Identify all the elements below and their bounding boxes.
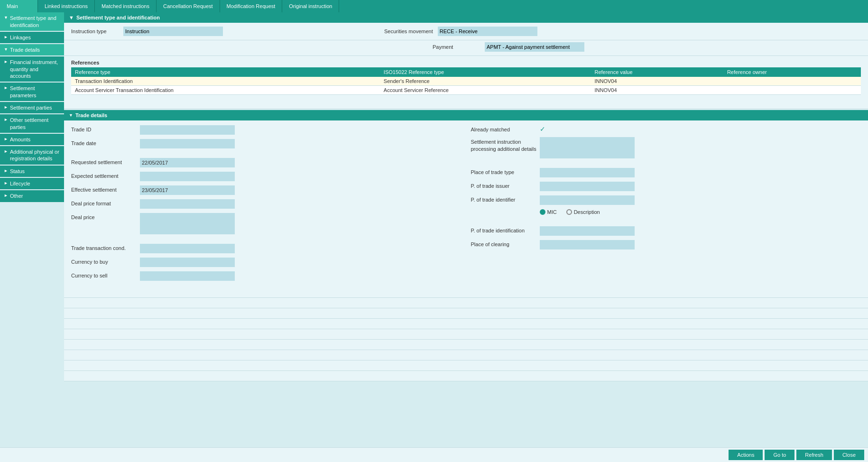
chevron-right-icon-9: ►	[4, 181, 8, 186]
chevron-right-icon-5: ►	[4, 117, 8, 123]
securities-movement-label: Securities movement	[384, 28, 433, 34]
trade-id-label: Trade ID	[71, 125, 140, 132]
place-trade-type-input[interactable]	[540, 168, 635, 177]
sipp-input[interactable]	[540, 137, 635, 158]
radio-mic-dot	[540, 209, 545, 215]
sipp-label: Settlement instruction processing additi…	[471, 137, 540, 152]
place-trade-type-row: Place of trade type	[471, 168, 861, 177]
ref-row-2-owner	[723, 86, 861, 95]
tab-linked-instructions[interactable]: Linked instructions	[38, 0, 95, 12]
radio-desc-dot	[566, 209, 572, 215]
already-matched-label: Already matched	[471, 125, 540, 132]
ref-row-1-type: Transaction Identification	[71, 77, 380, 86]
securities-movement-input[interactable]	[438, 27, 537, 36]
ref-row-1-value: INNOV04	[591, 77, 723, 86]
instruction-type-field: Instruction type	[71, 27, 223, 36]
place-trade-identification-input[interactable]	[540, 226, 635, 236]
place-trade-identifier-input[interactable]	[540, 195, 635, 205]
chevron-down-icon-settle: ▼	[69, 15, 74, 20]
effective-settlement-label: Effective settlement	[71, 185, 140, 193]
tab-main[interactable]: Main	[0, 0, 38, 12]
expected-settlement-row: Expected settlement	[71, 172, 462, 181]
ref-row-1[interactable]: Transaction Identification Sender's Refe…	[71, 77, 861, 86]
lifecycle-content-area	[64, 360, 868, 371]
deal-price-row: Deal price	[71, 213, 462, 234]
sidebar-item-other[interactable]: ► Other	[0, 190, 64, 202]
place-clearing-input[interactable]	[540, 240, 635, 249]
place-trade-issuer-row: P. of trade issuer	[471, 182, 861, 191]
deal-price-input[interactable]	[140, 213, 235, 234]
requested-settlement-input[interactable]	[140, 158, 235, 167]
tab-original-instruction[interactable]: Original instruction	[282, 0, 339, 12]
place-trade-issuer-input[interactable]	[540, 182, 635, 191]
main-content: ▼ Settlement type and identification Ins…	[64, 12, 868, 459]
deal-price-label: Deal price	[71, 213, 140, 220]
sipp-row: Settlement instruction processing additi…	[471, 137, 861, 158]
payment-row: Payment	[64, 40, 868, 56]
radio-mic-text: MIC	[547, 209, 557, 215]
refresh-button[interactable]: Refresh	[796, 450, 832, 459]
radio-desc-text: Description	[574, 209, 600, 215]
chevron-right-icon-10: ►	[4, 193, 8, 199]
instruction-type-input[interactable]	[123, 27, 223, 36]
trade-transaction-label: Trade transaction cond.	[71, 244, 140, 251]
sidebar-item-financial[interactable]: ► Financial instrument, quantity and acc…	[0, 56, 64, 82]
currency-sell-label: Currency to sell	[71, 271, 140, 278]
tab-matched-instructions[interactable]: Matched instructions	[95, 0, 157, 12]
effective-settlement-input[interactable]	[140, 185, 235, 195]
trade-details-header[interactable]: ▼ Trade details	[64, 110, 868, 120]
deal-price-format-row: Deal price format	[71, 199, 462, 209]
settlement-type-section-header[interactable]: ▼ Settlement type and identification	[64, 12, 868, 23]
deal-price-format-label: Deal price format	[71, 199, 140, 206]
trade-date-input[interactable]	[140, 139, 235, 148]
sidebar-item-additional-physical[interactable]: ► Additional physical or registration de…	[0, 146, 64, 165]
currency-buy-input[interactable]	[140, 258, 235, 267]
expected-settlement-input[interactable]	[140, 172, 235, 181]
sidebar-item-linkages[interactable]: ► Linkages	[0, 32, 64, 43]
place-clearing-row: Place of clearing	[471, 240, 861, 249]
sidebar-item-settlement-params[interactable]: ► Settlement parameters	[0, 83, 64, 101]
go-to-button[interactable]: Go to	[765, 450, 794, 459]
currency-sell-input[interactable]	[140, 271, 235, 281]
tab-cancellation-request[interactable]: Cancellation Request	[157, 0, 220, 12]
close-button[interactable]: Close	[834, 450, 864, 459]
place-trade-identification-row: P. of trade identification	[471, 226, 861, 236]
ref-row-2-value: INNOV04	[591, 86, 723, 95]
sidebar-item-other-settlement-parties[interactable]: ► Other settlement parties	[0, 114, 64, 133]
tab-modification-request[interactable]: Modification Request	[220, 0, 283, 12]
effective-settlement-row: Effective settlement	[71, 185, 462, 195]
sidebar-item-amounts[interactable]: ► Amounts	[0, 134, 64, 145]
sidebar-item-status[interactable]: ► Status	[0, 166, 64, 177]
amounts-content-area	[64, 329, 868, 340]
sidebar-item-trade-details[interactable]: ▼ Trade details	[0, 44, 64, 55]
currency-sell-row: Currency to sell	[71, 271, 462, 281]
requested-settlement-label: Requested settlement	[71, 158, 140, 165]
expected-settlement-label: Expected settlement	[71, 172, 140, 179]
trade-id-input[interactable]	[140, 125, 235, 135]
sidebar-item-lifecycle[interactable]: ► Lifecycle	[0, 178, 64, 189]
linkages-content	[64, 99, 868, 109]
trade-details-grid: Trade ID Trade date Requested settlement…	[71, 125, 861, 283]
status-content-area	[64, 350, 868, 360]
payment-input[interactable]	[485, 42, 584, 52]
settlement-params-content-area	[64, 298, 868, 308]
other-settlement-parties-content-area	[64, 319, 868, 329]
trade-id-row: Trade ID	[71, 125, 462, 135]
radio-mic-label[interactable]: MIC	[540, 209, 557, 215]
place-clearing-label: Place of clearing	[471, 240, 540, 247]
other-content-area	[64, 371, 868, 381]
actions-button[interactable]: Actions	[729, 450, 763, 459]
ref-row-2-iso: Account Servicer Reference	[380, 86, 591, 95]
ref-row-2[interactable]: Account Servicer Transaction Identificat…	[71, 86, 861, 95]
already-matched-check: ✓	[540, 125, 545, 133]
references-header: References	[71, 60, 861, 65]
deal-price-format-input[interactable]	[140, 199, 235, 209]
ref-row-1-iso: Sender's Reference	[380, 77, 591, 86]
radio-desc-label[interactable]: Description	[566, 209, 600, 215]
sidebar-item-settlement-parties[interactable]: ► Settlement parties	[0, 102, 64, 113]
sidebar-item-settlement-type[interactable]: ▼ Settlement type and identification	[0, 12, 64, 31]
trade-transaction-input[interactable]	[140, 244, 235, 253]
ref-row-2-type: Account Servicer Transaction Identificat…	[71, 86, 380, 95]
trade-transaction-row: Trade transaction cond.	[71, 244, 462, 253]
sidebar: ▼ Settlement type and identification ► L…	[0, 12, 64, 459]
